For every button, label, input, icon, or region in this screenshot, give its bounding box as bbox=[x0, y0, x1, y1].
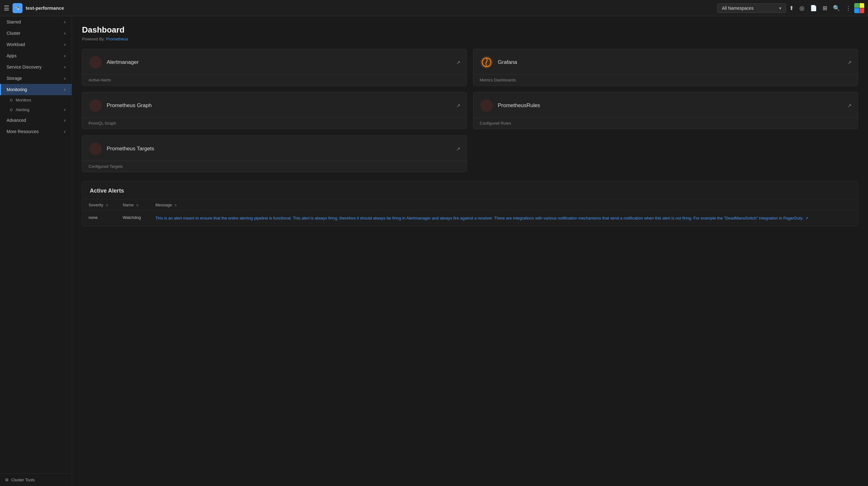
chevron-icon: ∨ bbox=[64, 118, 66, 122]
alertmanager-title: Alertmanager bbox=[107, 59, 138, 65]
main-content: Dashboard Powered By: Prometheus 🔥 A bbox=[72, 16, 868, 486]
chevron-icon: ∨ bbox=[64, 108, 66, 112]
sort-icon: ⇅ bbox=[136, 204, 138, 207]
chevron-icon: ∧ bbox=[64, 20, 66, 24]
external-link-icon[interactable]: ↗ bbox=[847, 103, 851, 109]
prometheus-targets-icon: 🔥 bbox=[89, 142, 102, 155]
sidebar: Starred ∧ Cluster ∨ Workload ∨ Apps ∨ Se… bbox=[0, 16, 72, 486]
user-avatar[interactable] bbox=[854, 3, 864, 13]
prometheus-rules-icon: 🔥 bbox=[480, 98, 493, 112]
alertmanager-subtitle: Active Alerts bbox=[89, 78, 111, 82]
card-prometheus-graph[interactable]: 🔥 Prometheus Graph ↗ PromQL Graph bbox=[82, 92, 467, 129]
alerts-section: Active Alerts Severity ⇅ Name ⇅ Messag bbox=[82, 181, 858, 226]
external-link-icon[interactable]: ↗ bbox=[456, 103, 460, 109]
search-icon[interactable]: 🔍 bbox=[833, 5, 840, 11]
layout: Starred ∧ Cluster ∨ Workload ∨ Apps ∨ Se… bbox=[0, 16, 868, 486]
chevron-down-icon: ▾ bbox=[779, 6, 781, 11]
dot-icon bbox=[10, 99, 12, 102]
docs-icon[interactable]: 📄 bbox=[810, 5, 817, 11]
cell-severity: none bbox=[82, 211, 116, 226]
col-name[interactable]: Name ⇅ bbox=[116, 199, 149, 211]
grafana-title: Grafana bbox=[498, 59, 517, 65]
svg-point-2 bbox=[89, 56, 102, 68]
more-icon[interactable]: ⋮ bbox=[845, 5, 851, 11]
namespace-label: All Namespaces bbox=[722, 6, 753, 11]
grafana-subtitle: Metrics Dashboards bbox=[480, 78, 516, 82]
chevron-icon: ∨ bbox=[64, 42, 66, 47]
sidebar-item-advanced[interactable]: Advanced ∨ bbox=[0, 115, 72, 126]
external-link-icon[interactable]: ↗ bbox=[847, 59, 851, 65]
card-grafana[interactable]: Grafana ↗ Metrics Dashboards bbox=[473, 49, 858, 86]
dot-icon bbox=[10, 109, 12, 111]
kubectl-icon[interactable]: ◎ bbox=[800, 5, 804, 11]
topbar-icons: ⬆ ◎ 📄 ⊞ 🔍 ⋮ bbox=[789, 5, 851, 11]
chevron-icon: ∨ bbox=[64, 31, 66, 35]
alerts-section-title: Active Alerts bbox=[82, 181, 858, 199]
cluster-tools-button[interactable]: ⚙ Cluster Tools bbox=[0, 474, 72, 486]
prometheus-graph-title: Prometheus Graph bbox=[107, 103, 152, 109]
cards-grid: 🔥 Alertmanager ↗ Active Alerts bbox=[82, 49, 858, 172]
sort-icon: ⇅ bbox=[174, 204, 177, 207]
sidebar-item-more-resources[interactable]: More Resources ∨ bbox=[0, 126, 72, 137]
prometheus-graph-subtitle: PromQL Graph bbox=[89, 121, 116, 125]
chevron-icon: ∨ bbox=[64, 54, 66, 58]
sidebar-item-monitoring[interactable]: Monitoring ∧ bbox=[0, 84, 72, 95]
powered-by: Powered By: Prometheus bbox=[82, 37, 858, 41]
page-title: Dashboard bbox=[82, 25, 858, 35]
chevron-icon: ∨ bbox=[64, 130, 66, 134]
svg-point-10 bbox=[89, 142, 102, 155]
sidebar-item-workload[interactable]: Workload ∨ bbox=[0, 39, 72, 50]
prometheus-link[interactable]: Prometheus bbox=[106, 37, 128, 41]
app-title: test-performance bbox=[26, 5, 64, 11]
sidebar-item-storage[interactable]: Storage ∨ bbox=[0, 73, 72, 84]
cell-name: Watchdog bbox=[116, 211, 149, 226]
cell-message: This is an alert meant to ensure that th… bbox=[149, 211, 858, 226]
menu-icon[interactable]: ☰ bbox=[4, 4, 9, 12]
card-prometheus-targets[interactable]: 🔥 Prometheus Targets ↗ Configured Target… bbox=[82, 135, 467, 172]
prometheus-rules-subtitle: Configured Rules bbox=[480, 121, 511, 125]
alerts-table: Severity ⇅ Name ⇅ Message ⇅ bbox=[82, 199, 858, 226]
external-link-icon[interactable]: ↗ bbox=[456, 59, 460, 65]
svg-point-6 bbox=[89, 99, 102, 112]
svg-point-8 bbox=[480, 99, 493, 112]
sidebar-sub-item-alerting[interactable]: Alerting ∨ bbox=[0, 105, 72, 115]
col-severity[interactable]: Severity ⇅ bbox=[82, 199, 116, 211]
sidebar-item-service-discovery[interactable]: Service Discovery ∨ bbox=[0, 61, 72, 73]
chevron-icon: ∨ bbox=[64, 65, 66, 69]
sidebar-bottom: ⚙ Cluster Tools bbox=[0, 474, 72, 486]
external-link-icon[interactable]: ↗ bbox=[456, 146, 460, 152]
alertmanager-icon: 🔥 bbox=[89, 55, 102, 69]
prometheus-targets-title: Prometheus Targets bbox=[107, 146, 154, 152]
external-link-icon[interactable]: ↗ bbox=[805, 216, 808, 221]
import-icon[interactable]: ⬆ bbox=[789, 5, 794, 11]
prometheus-targets-subtitle: Configured Targets bbox=[89, 164, 123, 169]
sidebar-item-cluster[interactable]: Cluster ∨ bbox=[0, 28, 72, 39]
col-message[interactable]: Message ⇅ bbox=[149, 199, 858, 211]
sort-icon: ⇅ bbox=[106, 204, 108, 207]
app-logo: 🐄 bbox=[12, 3, 23, 13]
card-prometheus-rules[interactable]: 🔥 PrometheusRules ↗ Configured Rules bbox=[473, 92, 858, 129]
card-alertmanager[interactable]: 🔥 Alertmanager ↗ Active Alerts bbox=[82, 49, 467, 86]
chevron-icon: ∧ bbox=[64, 88, 66, 92]
sidebar-item-apps[interactable]: Apps ∨ bbox=[0, 50, 72, 61]
prometheus-graph-icon: 🔥 bbox=[89, 98, 102, 112]
namespace-selector[interactable]: All Namespaces ▾ bbox=[717, 3, 786, 13]
grafana-icon bbox=[480, 55, 493, 69]
chevron-icon: ∨ bbox=[64, 77, 66, 81]
svg-text:🐄: 🐄 bbox=[15, 5, 20, 11]
topbar: ☰ 🐄 test-performance All Namespaces ▾ ⬆ … bbox=[0, 0, 868, 16]
prometheus-rules-title: PrometheusRules bbox=[498, 103, 540, 109]
layout-icon[interactable]: ⊞ bbox=[823, 5, 827, 11]
sidebar-sub-item-monitors[interactable]: Monitors bbox=[0, 95, 72, 105]
gear-icon: ⚙ bbox=[5, 478, 9, 482]
sidebar-item-starred[interactable]: Starred ∧ bbox=[0, 16, 72, 28]
table-row: none Watchdog This is an alert meant to … bbox=[82, 211, 858, 226]
